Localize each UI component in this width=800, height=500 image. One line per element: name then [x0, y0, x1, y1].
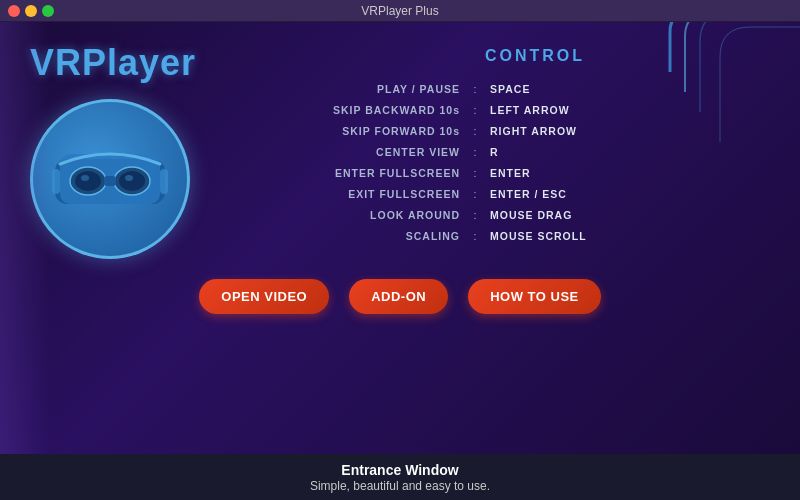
app-logo: VRPlayer [30, 42, 196, 84]
control-action-label: PLAY / PAUSE [300, 83, 460, 95]
control-action-label: SCALING [300, 230, 460, 242]
main-window: VRPlayer [0, 22, 800, 454]
svg-point-4 [81, 175, 89, 181]
window-title: VRPlayer Plus [361, 4, 438, 18]
svg-point-3 [75, 171, 101, 191]
svg-rect-8 [104, 176, 116, 186]
control-key-label: MOUSE SCROLL [490, 230, 770, 242]
logo-area: VRPlayer [30, 42, 270, 259]
control-row: LOOK AROUND:MOUSE DRAG [300, 209, 770, 221]
vr-headset-icon [50, 139, 170, 219]
add-on-button[interactable]: ADD-ON [349, 279, 448, 314]
how-to-use-button[interactable]: HOW TO USE [468, 279, 601, 314]
close-button[interactable] [8, 5, 20, 17]
control-separator: : [460, 125, 490, 137]
control-action-label: LOOK AROUND [300, 209, 460, 221]
control-separator: : [460, 209, 490, 221]
buttons-row: OPEN VIDEOADD-ONHOW TO USE [30, 279, 770, 314]
control-action-label: CENTER VIEW [300, 146, 460, 158]
caption-subtitle: Simple, beautiful and easy to use. [310, 479, 490, 493]
control-separator: : [460, 167, 490, 179]
maximize-button[interactable] [42, 5, 54, 17]
svg-point-7 [125, 175, 133, 181]
control-separator: : [460, 104, 490, 116]
control-separator: : [460, 83, 490, 95]
control-separator: : [460, 146, 490, 158]
control-action-label: ENTER FULLSCREEN [300, 167, 460, 179]
svg-rect-10 [160, 169, 168, 194]
caption-title: Entrance Window [341, 462, 458, 478]
svg-point-6 [119, 171, 145, 191]
svg-rect-9 [52, 169, 60, 194]
control-row: SCALING:MOUSE SCROLL [300, 230, 770, 242]
vr-headset-circle [30, 99, 190, 259]
control-action-label: SKIP FORWARD 10s [300, 125, 460, 137]
control-key-label: MOUSE DRAG [490, 209, 770, 221]
minimize-button[interactable] [25, 5, 37, 17]
caption-bar: Entrance Window Simple, beautiful and ea… [0, 454, 800, 500]
traffic-lights [8, 5, 54, 17]
corner-decoration [630, 22, 800, 192]
control-action-label: SKIP BACKWARD 10s [300, 104, 460, 116]
titlebar: VRPlayer Plus [0, 0, 800, 22]
control-separator: : [460, 188, 490, 200]
open-video-button[interactable]: OPEN VIDEO [199, 279, 329, 314]
control-separator: : [460, 230, 490, 242]
control-action-label: EXIT FULLSCREEN [300, 188, 460, 200]
